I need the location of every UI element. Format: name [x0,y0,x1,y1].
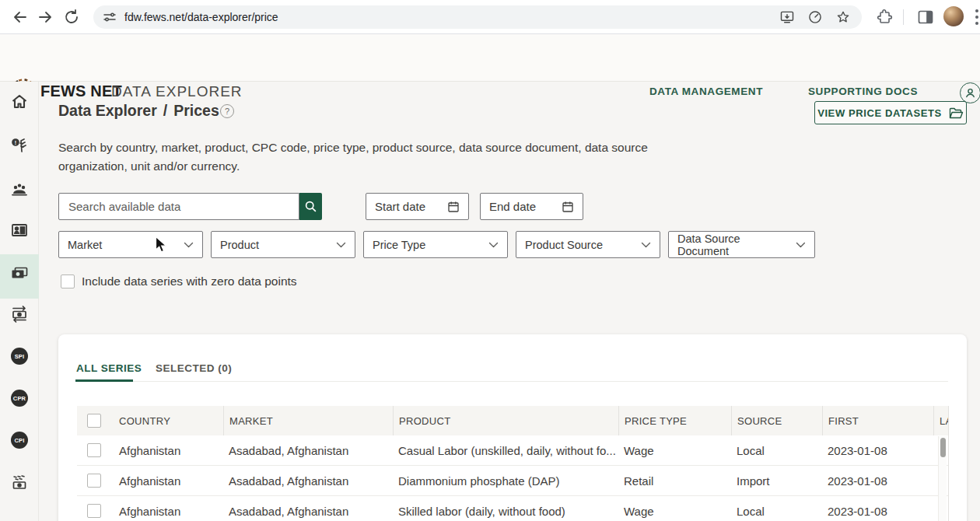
browser-profile-avatar[interactable] [943,6,964,26]
tab-all-series[interactable]: ALL SERIES [76,362,142,374]
col-source[interactable]: SOURCE [731,406,822,435]
prices-icon[interactable] [10,264,29,282]
product-filter-label: Product [220,239,259,251]
table-row[interactable]: Afghanistan Asadabad, Afghanistan Diammo… [77,466,948,496]
speedometer-icon[interactable] [807,9,823,25]
col-price-type[interactable]: PRICE TYPE [618,406,731,435]
url-bar[interactable]: fdw.fews.net/data-explorer/price [93,5,862,29]
url-text[interactable]: fdw.fews.net/data-explorer/price [124,11,779,23]
cell-source: Local [731,444,822,457]
search-button[interactable] [299,193,322,220]
view-price-datasets-label: VIEW PRICE DATASETS [817,107,942,119]
cell-source: Local [731,505,822,518]
cell-country: Afghanistan [114,474,223,488]
breadcrumb-separator: / [163,102,167,119]
results-card: ALL SERIES SELECTED (0) COUNTRY MARKET P… [58,334,967,521]
cell-product: Casual Labor (unskilled, daily, without … [393,444,618,457]
product-source-filter-dropdown[interactable]: Product Source [516,231,660,258]
search-input[interactable] [59,200,299,213]
browser-toolbar: fdw.fews.net/data-explorer/price [0,0,980,34]
page-description: Search by country, market, product, CPC … [58,138,700,176]
product-filter-dropdown[interactable]: Product [211,231,355,258]
cell-first: 2023-01-08 [822,474,933,488]
cell-market: Asadabad, Afghanistan [223,444,393,457]
start-date-field[interactable]: Start date [366,193,469,220]
cell-source: Import [731,474,822,488]
data-source-document-filter-label: Data Source Document [677,233,793,257]
table-header: COUNTRY MARKET PRODUCT PRICE TYPE SOURCE… [77,406,948,435]
price-type-filter-dropdown[interactable]: Price Type [363,231,508,258]
app-name: DATA EXPLORER [111,83,243,100]
col-last[interactable]: LAST [933,406,948,435]
top-nav: DATA MANAGEMENT SUPPORTING DOCS [649,86,918,97]
income-frame-icon[interactable] [10,221,29,240]
col-country[interactable]: COUNTRY [114,406,223,435]
left-sidebar: ! SPI CPR CPI [0,82,39,521]
user-account-button[interactable] [960,82,980,103]
data-source-document-filter-dropdown[interactable]: Data Source Document [668,231,815,258]
exchange-rate-icon[interactable] [10,305,29,323]
cell-country: Afghanistan [114,505,223,518]
cell-market: Asadabad, Afghanistan [223,474,393,488]
col-product[interactable]: PRODUCT [393,406,618,435]
spi-icon[interactable]: SPI [11,348,28,365]
extensions-icon[interactable] [876,8,894,26]
page-title: Prices [173,102,219,119]
market-people-icon[interactable] [10,180,29,198]
chevron-down-icon [184,242,194,248]
row-checkbox[interactable] [87,443,101,457]
crop-alert-icon[interactable]: ! [10,137,29,156]
nav-supporting-docs[interactable]: SUPPORTING DOCS [808,86,918,97]
product-source-filter-label: Product Source [525,239,603,251]
install-icon[interactable] [779,9,795,25]
row-checkbox[interactable] [87,504,101,518]
cpr-icon[interactable]: CPR [11,390,28,407]
reload-icon[interactable] [62,8,81,26]
help-icon[interactable]: ? [220,104,234,118]
zero-data-label: Include data series with zero data point… [82,274,297,288]
cash-flow-icon[interactable] [10,474,29,492]
brand-name: FEWS NET [40,82,122,100]
folder-open-icon [949,107,964,119]
back-icon[interactable] [11,8,30,26]
chevron-down-icon [336,242,346,248]
nav-data-management[interactable]: DATA MANAGEMENT [649,86,763,97]
zero-data-checkbox[interactable] [61,274,75,288]
market-filter-label: Market [68,239,102,251]
end-date-label: End date [489,200,536,213]
select-all-checkbox[interactable] [87,414,101,428]
end-date-field[interactable]: End date [480,193,583,220]
more-menu-icon[interactable] [975,9,978,25]
start-date-label: Start date [375,200,425,213]
table-row[interactable]: Afghanistan Asadabad, Afghanistan Skille… [77,496,948,521]
cell-price-type: Retail [618,474,731,488]
search-field [58,193,299,220]
screen: fdw.fews.net/data-explorer/price FEWS NE… [0,0,980,521]
table-scrollbar[interactable] [938,436,947,521]
breadcrumb: Data Explorer/Prices [58,102,219,120]
market-filter-dropdown[interactable]: Market [58,231,203,258]
calendar-icon [562,201,574,213]
bookmark-star-icon[interactable] [835,9,851,25]
cell-product: Diammonium phosphate (DAP) [393,474,618,488]
mouse-cursor [155,236,168,254]
col-market[interactable]: MARKET [223,406,393,435]
side-panel-icon[interactable] [916,8,935,26]
breadcrumb-parent[interactable]: Data Explorer [58,102,157,119]
chevron-down-icon [488,242,499,248]
app-header: FEWS NET DATA EXPLORER DATA MANAGEMENT S… [0,34,980,82]
home-icon[interactable] [10,93,29,111]
row-checkbox[interactable] [87,474,101,488]
scrollbar-thumb[interactable] [940,438,946,457]
cell-product: Skilled labor (daily, without food) [393,505,618,518]
site-settings-icon[interactable] [103,10,117,24]
chevron-down-icon [641,242,651,248]
col-first[interactable]: FIRST [822,406,933,435]
view-price-datasets-button[interactable]: VIEW PRICE DATASETS [814,101,967,124]
table-right-border [948,406,949,521]
forward-icon[interactable] [36,8,54,26]
price-type-filter-label: Price Type [373,239,425,251]
table-row[interactable]: Afghanistan Asadabad, Afghanistan Casual… [77,435,948,466]
cpi-icon[interactable]: CPI [11,432,28,449]
tab-selected[interactable]: SELECTED (0) [156,362,232,374]
